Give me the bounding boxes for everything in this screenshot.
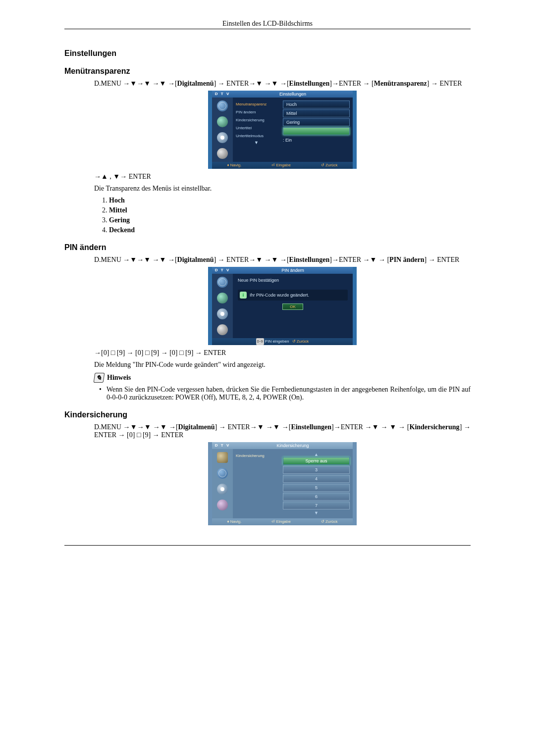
globe-icon	[217, 468, 228, 479]
osd-option[interactable]: Mittel	[283, 109, 350, 117]
hinweis-text: Wenn Sie den PIN-Code vergessen haben, d…	[107, 386, 471, 402]
osd-menu-item[interactable]: Untertitelmodus	[233, 132, 280, 140]
face-icon	[217, 324, 228, 335]
target-icon	[217, 308, 228, 319]
osd-footer-enter: ⏎ Eingabe	[271, 518, 291, 525]
digits-hint: 0~9	[256, 338, 264, 345]
post-path-pin: →[0] □ [9] → [0] □ [9] → [0] □ [9] → ENT…	[94, 349, 471, 357]
hinweis-label: Hinweis	[107, 374, 131, 382]
page-header: Einstellen des LCD-Bildschirms	[64, 20, 471, 29]
osd-option[interactable]: Gering	[283, 118, 350, 126]
osd-footer-back: ↺ Zurück	[321, 518, 338, 525]
osd-pin: D T V PIN ändern Neue PIN bestätigen	[208, 267, 357, 345]
osd-value: : Ein	[283, 136, 350, 144]
clock-icon	[217, 116, 228, 127]
osd-menu-item[interactable]: Kindersicherung	[233, 116, 280, 124]
osd-menu-item[interactable]: Untertitel	[233, 124, 280, 132]
face-icon	[217, 148, 228, 159]
list-item: Gering	[109, 216, 130, 224]
heading-pin: PIN ändern	[64, 243, 471, 252]
osd-footer-back: ↺ Zurück	[321, 162, 338, 169]
nav-path-menutrans: D.MENU →▼→▼ →▼ →[Digitalmenü] → ENTER→▼ …	[94, 80, 471, 88]
osd-footer-enter: ⏎ Eingabe	[271, 162, 291, 169]
page-footer-rule	[64, 545, 471, 551]
osd-dtv-label: D T V	[212, 91, 233, 98]
heading-einstellungen: Einstellungen	[64, 49, 471, 58]
globe-icon	[217, 277, 228, 288]
osd-option[interactable]: 5	[283, 484, 350, 492]
osd-dtv-label: D T V	[212, 267, 233, 274]
osd-footer-enter: PIN eingeben	[265, 339, 289, 344]
menutrans-options-list: Hoch Mittel Gering Deckend	[109, 197, 471, 234]
osd-einstellungen: D T V Einstellungen Menutransparenz PIN …	[208, 91, 357, 169]
osd-option[interactable]: 6	[283, 493, 350, 501]
osd-title: PIN ändern	[233, 267, 353, 274]
info-icon: i	[240, 292, 247, 299]
chevron-up-icon[interactable]: ▲	[283, 452, 350, 457]
osd-footer-nav: ♦ Navig.	[227, 518, 241, 525]
osd-option[interactable]: 3	[283, 466, 350, 474]
clock-icon	[217, 293, 228, 303]
chevron-down-icon[interactable]: ▼	[283, 510, 350, 515]
osd-option[interactable]: 4	[283, 475, 350, 483]
globe-icon	[217, 101, 228, 111]
heading-kinder: Kindersicherung	[64, 410, 471, 419]
flower-icon	[217, 500, 228, 510]
osd-title: Einstellungen	[233, 91, 353, 98]
osd-option[interactable]: Hoch	[283, 101, 350, 108]
osd-title: Kindersicherung	[233, 442, 353, 449]
desc-pin: Die Meldung "Ihr PIN-Code wurde geändert…	[94, 361, 471, 369]
osd-menu-item[interactable]: PIN ändern	[233, 108, 280, 116]
osd-pin-confirm: Neue PIN bestätigen	[238, 278, 348, 283]
note-icon: ✎	[94, 373, 105, 383]
post-path-menutrans: →▲ , ▼→ ENTER	[94, 173, 471, 181]
osd-option-selected[interactable]: Sperre aus	[283, 457, 350, 465]
osd-option[interactable]: 7	[283, 502, 350, 509]
osd-menu-item[interactable]: Kindersicherung	[233, 452, 280, 460]
card-icon	[217, 452, 228, 463]
list-item: Mittel	[109, 206, 127, 214]
osd-kindersicherung: D T V Kindersicherung Kindersicherung	[208, 442, 357, 525]
osd-footer-back: ↺ Zurück	[292, 339, 309, 344]
target-icon	[217, 132, 228, 143]
desc-menutrans: Die Transparenz des Menüs ist einstellba…	[94, 185, 471, 193]
list-item: Deckend	[109, 226, 135, 234]
nav-path-kinder: D.MENU →▼→▼ →▼ →[Digitalmenü] → ENTER→▼ …	[94, 423, 471, 439]
osd-option-selected[interactable]	[283, 127, 350, 135]
osd-dtv-label: D T V	[212, 442, 233, 449]
osd-footer-nav: ♦ Navig.	[227, 162, 241, 169]
ok-button[interactable]: OK	[282, 303, 303, 310]
gear-icon	[217, 484, 228, 495]
nav-path-pin: D.MENU →▼→▼ →▼ →[Digitalmenü] → ENTER→▼ …	[94, 256, 471, 264]
list-item: Hoch	[109, 197, 125, 204]
osd-menu-item[interactable]: Menutransparenz	[233, 101, 280, 108]
heading-menutransparenz: Menütransparenz	[64, 67, 471, 76]
osd-pin-message: Ihr PIN-Code wurde geändert.	[250, 293, 309, 298]
chevron-down-icon[interactable]: ▼	[233, 140, 280, 145]
